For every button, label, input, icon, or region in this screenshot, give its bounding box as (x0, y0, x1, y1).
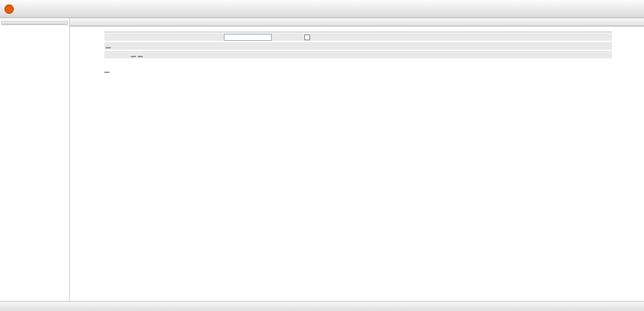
main-area (70, 18, 644, 301)
db-instance-input[interactable] (224, 34, 272, 41)
egroupware-logo (4, 1, 14, 14)
continue-button[interactable] (104, 72, 109, 73)
top-bar (0, 0, 644, 18)
add-instance-row (104, 42, 612, 50)
sidebar (0, 18, 70, 301)
download-button[interactable] (131, 56, 136, 57)
db-instance-row (104, 33, 612, 41)
download-row (104, 51, 612, 59)
setup-menu-header (2, 21, 67, 25)
add-instance-button[interactable] (106, 47, 111, 48)
page-title (70, 18, 644, 26)
footer (0, 301, 644, 311)
delete-instance-checkbox[interactable] (304, 35, 310, 40)
view-button[interactable] (138, 56, 143, 57)
logo-e-icon (4, 4, 14, 14)
setup-menu (1, 21, 68, 25)
